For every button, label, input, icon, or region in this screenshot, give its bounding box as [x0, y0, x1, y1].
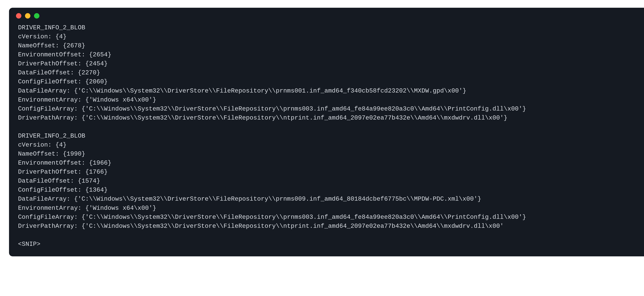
close-icon[interactable]	[16, 13, 22, 18]
terminal-content: DRIVER_INFO_2_BLOB cVersion: {4} NameOff…	[9, 20, 644, 256]
minimize-icon[interactable]	[25, 13, 30, 18]
terminal-output: DRIVER_INFO_2_BLOB cVersion: {4} NameOff…	[18, 23, 642, 249]
zoom-icon[interactable]	[34, 13, 40, 18]
terminal-window: DRIVER_INFO_2_BLOB cVersion: {4} NameOff…	[9, 8, 644, 256]
window-titlebar	[9, 8, 644, 20]
